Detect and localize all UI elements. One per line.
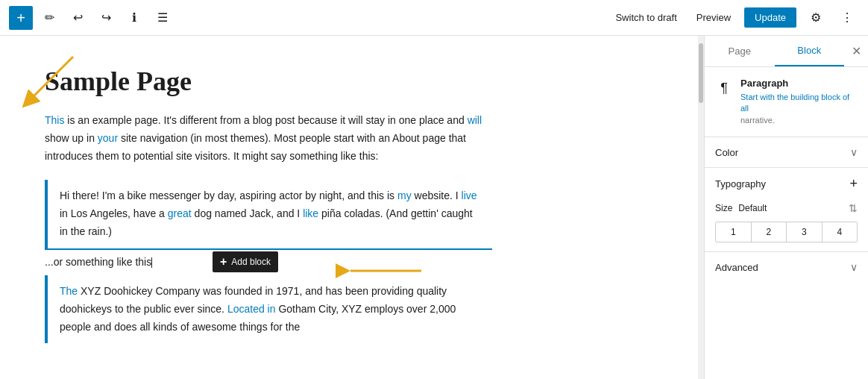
right-panel: Page Block ✕ ¶ Paragraph Start with the … bbox=[704, 36, 868, 379]
size-button-2[interactable]: 2 bbox=[752, 222, 787, 242]
size-button-3[interactable]: 3 bbox=[787, 222, 823, 242]
size-controls-icon[interactable]: ⇅ bbox=[849, 202, 858, 214]
page-title: Sample Page bbox=[45, 66, 653, 97]
undo-icon: ↩ bbox=[73, 10, 83, 25]
size-label: Size bbox=[715, 203, 732, 213]
block-icon-row: ¶ Paragraph Start with the building bloc… bbox=[715, 78, 858, 126]
size-button-1[interactable]: 1 bbox=[716, 222, 752, 242]
undo-button[interactable]: ↩ bbox=[66, 6, 89, 30]
advanced-header[interactable]: Advanced ∨ bbox=[705, 252, 868, 282]
size-buttons-group: 1 2 3 4 bbox=[715, 222, 858, 242]
plus-icon: + bbox=[16, 10, 25, 25]
redo-icon: ↪ bbox=[101, 10, 111, 25]
pencil-icon: ✏ bbox=[45, 10, 54, 25]
color-section-row[interactable]: Color ∨ bbox=[705, 137, 868, 168]
close-icon: ✕ bbox=[852, 44, 861, 58]
add-block-toolbar-button[interactable]: + bbox=[9, 6, 33, 30]
add-block-plus-icon: + bbox=[220, 255, 227, 269]
paragraph-block-icon: ¶ bbox=[715, 79, 733, 97]
panel-tabs: Page Block ✕ bbox=[705, 36, 868, 67]
editor-area[interactable]: Sample Page This is an example page. It'… bbox=[0, 36, 698, 379]
main-area: Sample Page This is an example page. It'… bbox=[0, 36, 868, 379]
edit-icon-button[interactable]: ✏ bbox=[37, 6, 61, 30]
add-block-button[interactable]: + Add block bbox=[213, 251, 278, 272]
gear-icon: ⚙ bbox=[811, 10, 821, 25]
intro-paragraph[interactable]: This is an example page. It's different … bbox=[45, 112, 492, 165]
advanced-chevron-icon: ∨ bbox=[850, 261, 858, 273]
update-button[interactable]: Update bbox=[744, 7, 796, 28]
typography-add-icon[interactable]: + bbox=[849, 177, 858, 190]
more-menu-button[interactable]: ⋮ bbox=[835, 6, 859, 30]
block-name-label: Paragraph bbox=[740, 78, 858, 89]
info-button[interactable]: ℹ bbox=[122, 6, 146, 30]
block-description: Start with the building block of allnarr… bbox=[740, 92, 858, 126]
list-view-button[interactable]: ☰ bbox=[151, 6, 174, 30]
info-icon: ℹ bbox=[132, 10, 136, 25]
editor-scrollbar[interactable] bbox=[698, 36, 704, 379]
advanced-section: Advanced ∨ bbox=[705, 252, 868, 282]
block-divider bbox=[45, 248, 492, 250]
block-info-section: ¶ Paragraph Start with the building bloc… bbox=[705, 67, 868, 137]
scrollbar-thumb[interactable] bbox=[699, 43, 703, 103]
preview-button[interactable]: Preview bbox=[691, 7, 737, 28]
add-block-label: Add block bbox=[231, 257, 271, 267]
toolbar: + ✏ ↩ ↪ ℹ ☰ Switch to draft Preview Upda… bbox=[0, 0, 868, 36]
close-panel-button[interactable]: ✕ bbox=[844, 40, 868, 63]
typography-label: Typography bbox=[715, 178, 766, 190]
tab-block[interactable]: Block bbox=[775, 36, 845, 66]
typography-header[interactable]: Typography + bbox=[705, 168, 868, 199]
toolbar-left: + ✏ ↩ ↪ ℹ ☰ bbox=[9, 6, 174, 30]
typography-section: Typography + Size Default ⇅ 1 2 3 4 bbox=[705, 168, 868, 252]
switch-draft-button[interactable]: Switch to draft bbox=[609, 7, 682, 28]
size-default-value: Default bbox=[738, 203, 767, 213]
size-row: Size Default ⇅ bbox=[705, 199, 868, 222]
toolbar-right: Switch to draft Preview Update ⚙ ⋮ bbox=[609, 6, 859, 30]
advanced-label: Advanced bbox=[715, 262, 758, 273]
size-button-4[interactable]: 4 bbox=[823, 222, 858, 242]
list-icon: ☰ bbox=[157, 10, 168, 25]
color-section-label: Color bbox=[715, 147, 738, 158]
color-chevron-icon: ∨ bbox=[850, 146, 858, 158]
ellipsis-icon: ⋮ bbox=[841, 10, 853, 25]
blockquote-1[interactable]: Hi there! I'm a bike messenger by day, a… bbox=[45, 180, 492, 248]
block-info-text: Paragraph Start with the building block … bbox=[740, 78, 858, 126]
settings-button[interactable]: ⚙ bbox=[804, 6, 828, 30]
add-block-wrapper: ...or something like this + Add block bbox=[45, 256, 492, 268]
redo-button[interactable]: ↪ bbox=[94, 6, 118, 30]
blockquote-2[interactable]: The XYZ Doohickey Company was founded in… bbox=[45, 275, 492, 343]
tab-page[interactable]: Page bbox=[705, 37, 775, 66]
